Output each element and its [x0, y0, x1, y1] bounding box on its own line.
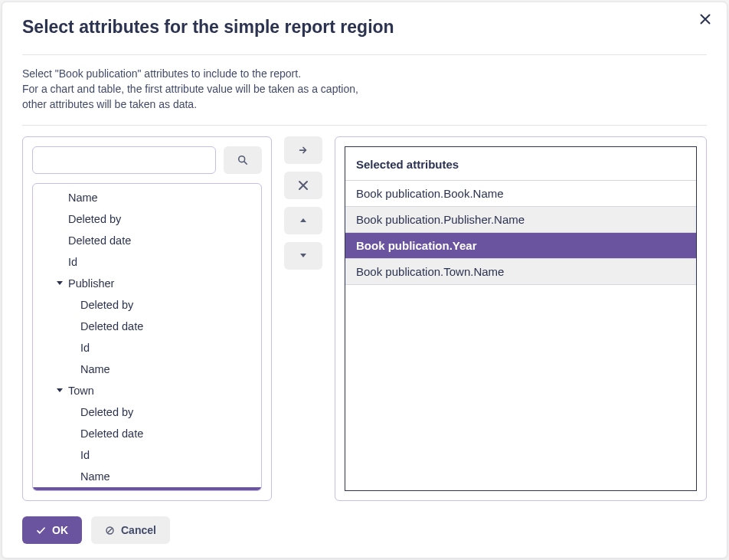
tree-item-label: Deleted by [80, 299, 133, 311]
attribute-selector-dialog: Select attributes for the simple report … [2, 2, 727, 558]
tree-item-label: Name [80, 363, 110, 375]
tree-item[interactable]: Name [33, 466, 261, 487]
selected-item[interactable]: Book publication.Publisher.Name [345, 207, 696, 233]
selected-list: Book publication.Book.NameBook publicati… [345, 181, 696, 285]
tree-item[interactable]: Publisher [33, 273, 261, 294]
selected-item-label: Book publication.Year [356, 239, 477, 252]
tree-item[interactable]: Id [33, 337, 261, 359]
close-icon [700, 14, 711, 25]
ok-button[interactable]: OK [22, 516, 82, 544]
dialog-title: Select attributes for the simple report … [22, 16, 707, 39]
tree-item-label: Deleted date [80, 320, 143, 332]
move-down-button[interactable] [284, 242, 322, 270]
tree-item-label: Id [80, 342, 90, 354]
search-input[interactable] [32, 146, 216, 174]
tree-item[interactable]: Name [33, 187, 261, 208]
caret-down-icon [300, 254, 306, 257]
tree-item-label: Name [80, 470, 110, 483]
cancel-button[interactable]: Cancel [91, 516, 170, 544]
tree-item-label: Town [68, 385, 94, 397]
tree-item-label: Deleted date [80, 427, 143, 440]
dialog-instructions: Select "Book publication" attributes to … [2, 61, 727, 120]
tree-item[interactable]: Deleted by [33, 294, 261, 316]
selected-item[interactable]: Book publication.Town.Name [345, 259, 696, 285]
selected-header: Selected attributes [345, 147, 696, 180]
remove-attribute-button[interactable] [284, 172, 322, 199]
dialog-body: NameDeleted byDeleted dateIdPublisherDel… [2, 132, 727, 510]
instruction-line: For a chart and table, the first attribu… [22, 81, 707, 97]
tree-item[interactable]: Deleted date [33, 316, 261, 337]
selected-item[interactable]: Book publication.Book.Name [345, 181, 696, 207]
close-button[interactable] [695, 8, 716, 30]
attribute-tree-container: NameDeleted byDeleted dateIdPublisherDel… [32, 183, 262, 491]
transfer-controls [284, 136, 322, 501]
add-attribute-button[interactable] [284, 136, 322, 164]
tree-item-label: Deleted date [68, 234, 131, 247]
move-up-button[interactable] [284, 207, 322, 234]
tree-item[interactable]: Town [33, 380, 261, 401]
tree-item-label: Publisher [68, 277, 114, 290]
selected-item-label: Book publication.Publisher.Name [356, 213, 525, 226]
attribute-tree: NameDeleted byDeleted dateIdPublisherDel… [33, 184, 261, 490]
caret-up-icon [300, 218, 306, 222]
arrow-right-icon [298, 145, 309, 156]
tree-item-label: Name [68, 192, 98, 204]
cancel-icon [105, 526, 115, 535]
available-attributes-pane: NameDeleted byDeleted dateIdPublisherDel… [22, 136, 272, 501]
tree-item[interactable]: Deleted by [33, 401, 261, 423]
tree-item-label: Id [68, 256, 77, 268]
dialog-header: Select attributes for the simple report … [2, 2, 727, 45]
expand-caret-icon[interactable] [56, 280, 64, 287]
svg-line-1 [244, 162, 247, 164]
tree-item-label: Deleted by [68, 213, 121, 225]
tree-item[interactable]: Id [33, 444, 261, 466]
attribute-tree-scroll[interactable]: NameDeleted byDeleted dateIdPublisherDel… [33, 184, 261, 490]
tree-item[interactable]: Deleted date [33, 423, 261, 444]
divider [22, 125, 707, 126]
selected-item-label: Book publication.Town.Name [356, 265, 504, 278]
tree-item[interactable]: Name [33, 359, 261, 380]
tree-item-label: Deleted by [80, 406, 133, 418]
selected-attributes-pane: Selected attributes Book publication.Boo… [335, 136, 707, 501]
remove-icon [298, 180, 309, 191]
tree-item[interactable]: Deleted by [33, 208, 261, 230]
tree-item-label: Id [80, 449, 90, 461]
tree-item[interactable]: Deleted date [33, 230, 261, 251]
instruction-line: other attributes will be taken as data. [22, 97, 707, 112]
divider [22, 54, 707, 55]
selected-list-box: Selected attributes Book publication.Boo… [345, 146, 697, 491]
ok-button-label: OK [52, 524, 68, 536]
search-row [32, 146, 262, 174]
search-icon [237, 155, 248, 165]
selected-item-label: Book publication.Book.Name [356, 187, 504, 200]
cancel-button-label: Cancel [121, 524, 156, 536]
svg-line-3 [107, 528, 112, 532]
tree-item[interactable]: Year [33, 487, 261, 490]
search-button[interactable] [224, 146, 262, 174]
tree-item[interactable]: Id [33, 251, 261, 273]
dialog-footer: OK Cancel [2, 510, 727, 558]
selected-item[interactable]: Book publication.Year [345, 233, 696, 259]
expand-caret-icon[interactable] [56, 387, 64, 395]
check-icon [36, 526, 46, 535]
instruction-line: Select "Book publication" attributes to … [22, 66, 707, 81]
